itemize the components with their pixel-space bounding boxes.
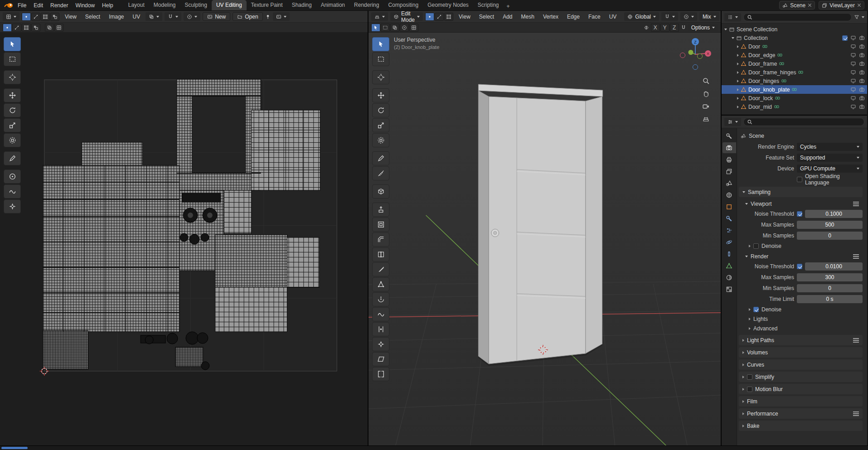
outliner-row-object[interactable]: Door_frame	[722, 59, 867, 68]
vp-toolsetting-toggle-5[interactable]	[409, 24, 418, 32]
filter-icon[interactable]	[854, 15, 859, 20]
section-light-paths[interactable]: Light Paths	[739, 335, 863, 345]
section-sampling[interactable]: Sampling	[739, 187, 863, 197]
workspace-tab-texture-paint[interactable]: Texture Paint	[247, 0, 287, 10]
tab-view-layer[interactable]	[723, 166, 736, 177]
navigation-gizmo[interactable]: X Z	[677, 35, 713, 75]
subsection-render[interactable]: Render	[739, 252, 863, 261]
uv-toolsetting-toggle-6[interactable]	[54, 24, 63, 32]
uv-proportional-dropdown[interactable]	[184, 12, 200, 21]
tool-add-cube-button[interactable]	[372, 184, 389, 198]
disable-render-icon[interactable]	[859, 104, 865, 110]
feature-set-dropdown[interactable]: Supported	[797, 154, 863, 162]
outliner-row-object-selected[interactable]: Door_knob_plate	[722, 85, 867, 94]
tab-modifiers[interactable]	[723, 213, 736, 224]
add-workspace-button[interactable]: +	[504, 2, 513, 10]
render-time-limit-field[interactable]: 0 s	[797, 295, 863, 303]
vp-toolsetting-toggle-4[interactable]	[400, 24, 409, 32]
scene-selector[interactable]: Scene	[779, 1, 815, 10]
mirror-y-button[interactable]: Y	[660, 24, 669, 32]
vp-toolsetting-toggle-3[interactable]	[390, 24, 399, 32]
menu-file[interactable]: File	[15, 1, 29, 10]
tab-object[interactable]	[723, 201, 736, 212]
uv-menu-view[interactable]: View	[62, 13, 80, 21]
uv-sticky-selection-dropdown[interactable]	[145, 12, 162, 21]
section-bake[interactable]: Bake	[739, 421, 863, 431]
outliner-row-object[interactable]: Door_frame_hinges	[722, 68, 867, 77]
motion-blur-checkbox[interactable]	[747, 387, 752, 392]
tab-physics[interactable]	[723, 237, 736, 247]
browse-image-dropdown[interactable]	[273, 12, 290, 21]
tool-select-box-button[interactable]	[372, 52, 389, 66]
gizmo-neg-x[interactable]	[680, 53, 685, 58]
menu-render[interactable]: Render	[47, 1, 71, 10]
section-curves[interactable]: Curves	[739, 359, 863, 370]
tool-shrink-fatten-button[interactable]	[372, 337, 389, 351]
workspace-tab-layout[interactable]: Layout	[124, 0, 149, 10]
render-min-samples-field[interactable]: 0	[797, 284, 863, 292]
outliner-editor-type-button[interactable]	[724, 13, 741, 21]
tab-constraints[interactable]	[723, 248, 736, 259]
properties-editor-type-button[interactable]	[724, 118, 741, 126]
viewport-max-samples-field[interactable]: 500	[797, 221, 863, 229]
section-volumes[interactable]: Volumes	[739, 347, 863, 358]
uv-toolsetting-toggle-1[interactable]	[3, 24, 12, 32]
outliner-row-object[interactable]: Door	[722, 42, 867, 51]
simplify-checkbox[interactable]	[747, 374, 752, 380]
unlink-scene-icon[interactable]	[808, 3, 812, 7]
hide-viewport-icon[interactable]	[850, 78, 856, 84]
tab-texture[interactable]	[723, 284, 736, 295]
disable-render-icon[interactable]	[859, 52, 865, 58]
tool-edge-slide-button[interactable]	[372, 322, 389, 336]
properties-search[interactable]	[743, 118, 864, 126]
render-noise-threshold-field[interactable]: 0.0100	[805, 262, 863, 271]
pan-hand-icon[interactable]	[702, 90, 710, 97]
tab-render[interactable]	[723, 142, 736, 153]
workspace-tab-scripting[interactable]: Scripting	[473, 0, 504, 10]
section-film[interactable]: Film	[739, 396, 863, 406]
render-engine-dropdown[interactable]: Cycles	[797, 143, 863, 151]
viewport-noise-threshold-checkbox[interactable]	[797, 211, 802, 217]
vp-menu-vertex[interactable]: Vertex	[540, 13, 562, 21]
mirror-x-button[interactable]: X	[651, 24, 660, 32]
outliner-search[interactable]	[743, 13, 852, 21]
tab-tool[interactable]	[723, 131, 736, 141]
select-mode-edge-button[interactable]	[435, 13, 444, 21]
door-mesh[interactable]	[478, 84, 602, 364]
workspace-tab-rendering[interactable]: Rendering	[349, 0, 383, 10]
tab-output[interactable]	[723, 154, 736, 165]
tool-rotate-button[interactable]	[372, 103, 389, 117]
workspace-tab-geometry-nodes[interactable]: Geometry Nodes	[423, 0, 473, 10]
viewport-denoise-checkbox[interactable]	[753, 243, 759, 249]
vp-toolsetting-toggle-2[interactable]	[381, 24, 390, 32]
tool-scale-button[interactable]	[372, 118, 389, 132]
uv-menu-uv[interactable]: UV	[130, 13, 144, 21]
lights-panel[interactable]: Lights	[739, 314, 863, 324]
tab-material[interactable]	[723, 272, 736, 283]
tool-annotate-button[interactable]	[4, 151, 21, 165]
section-performance[interactable]: Performance	[739, 408, 863, 419]
disable-render-icon[interactable]	[859, 87, 865, 92]
hide-viewport-icon[interactable]	[850, 87, 856, 92]
advanced-panel[interactable]: Advanced	[739, 324, 863, 333]
tool-move-button[interactable]	[4, 88, 21, 102]
workspace-tab-compositing[interactable]: Compositing	[383, 0, 423, 10]
tool-scale-button[interactable]	[4, 118, 21, 132]
hide-viewport-icon[interactable]	[850, 44, 856, 49]
tool-inset-faces-button[interactable]	[372, 218, 389, 232]
outliner-row-scene-collection[interactable]: Scene Collection	[722, 25, 867, 34]
gizmo-neg-y[interactable]	[698, 54, 703, 59]
tool-smooth-button[interactable]	[372, 307, 389, 321]
blender-logo-icon[interactable]	[4, 2, 14, 9]
outliner-row-collection[interactable]: Collection	[722, 34, 867, 42]
uv-select-face-button[interactable]	[41, 13, 50, 21]
disable-render-icon[interactable]	[859, 95, 865, 101]
viewport-denoise-panel[interactable]: Denoise	[739, 241, 863, 251]
collection-checkbox[interactable]	[842, 35, 848, 41]
select-mode-face-button[interactable]	[444, 13, 453, 21]
disable-render-icon[interactable]	[859, 35, 865, 41]
preset-menu-icon[interactable]	[853, 254, 859, 255]
uv-toolsetting-toggle-3[interactable]	[22, 24, 31, 32]
hide-viewport-icon[interactable]	[850, 35, 856, 41]
uv-select-island-button[interactable]	[50, 13, 59, 21]
